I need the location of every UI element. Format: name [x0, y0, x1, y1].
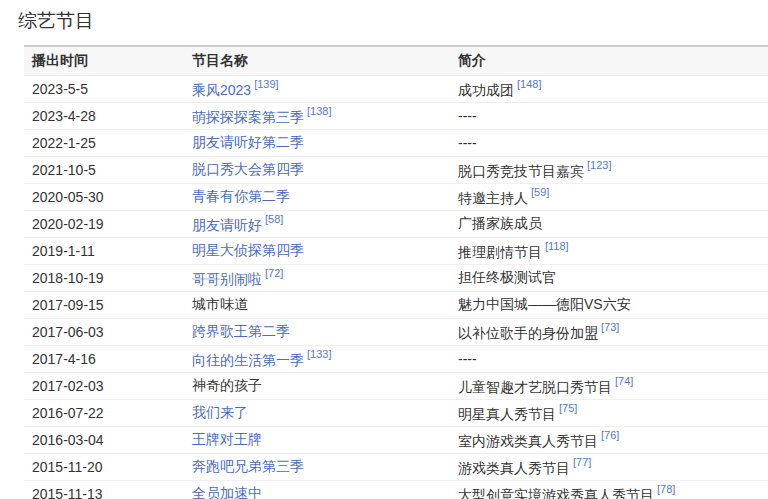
- table-row: 2023-4-28 萌探探探案第三季[138] ----: [24, 103, 768, 130]
- broadcast-date-cell: 2023-4-28: [24, 103, 184, 130]
- program-name-cell: 萌探探探案第三季[138]: [184, 103, 450, 130]
- description-text: 游戏类真人秀节目: [458, 459, 570, 475]
- description-text: 脱口秀竞技节目嘉宾: [458, 162, 584, 178]
- table-row: 2020-05-30 青春有你第二季 特邀主持人[59]: [24, 184, 768, 211]
- description-text: 成功成团: [458, 81, 514, 97]
- description-cell: ----: [450, 130, 768, 157]
- broadcast-date-cell: 2019-1-11: [24, 238, 184, 265]
- broadcast-date-cell: 2017-06-03: [24, 319, 184, 346]
- description-text: ----: [458, 135, 477, 151]
- description-cell: 推理剧情节目[118]: [450, 238, 768, 265]
- description-cell: ----: [450, 103, 768, 130]
- broadcast-date-cell: 2020-02-19: [24, 211, 184, 238]
- broadcast-date-cell: 2023-5-5: [24, 76, 184, 103]
- program-link[interactable]: 哥哥别闹啦: [192, 270, 262, 286]
- table-row: 2022-1-25 朋友请听好第二季 ----: [24, 130, 768, 157]
- description-text: 大型创意实境游戏秀真人秀节目: [458, 486, 654, 499]
- broadcast-date-cell: 2015-11-13: [24, 481, 184, 499]
- description-cell: 室内游戏类真人秀节目[76]: [450, 427, 768, 454]
- description-cell: 游戏类真人秀节目[77]: [450, 454, 768, 481]
- reference-sup[interactable]: [58]: [265, 213, 283, 225]
- reference-sup[interactable]: [75]: [559, 402, 577, 414]
- program-link[interactable]: 向往的生活第一季: [192, 351, 304, 367]
- reference-sup[interactable]: [73]: [601, 321, 619, 333]
- description-text: 儿童智趣才艺脱口秀节目: [458, 378, 612, 394]
- table-row: 2017-4-16 向往的生活第一季[133] ----: [24, 346, 768, 373]
- program-link[interactable]: 王牌对王牌: [192, 431, 262, 447]
- description-text: 以补位歌手的身份加盟: [458, 324, 598, 340]
- program-link[interactable]: 青春有你第二季: [192, 188, 290, 204]
- reference-sup[interactable]: [148]: [517, 78, 541, 90]
- program-link[interactable]: 全员加速中: [192, 485, 262, 499]
- table-row: 2018-10-19 哥哥别闹啦[72] 担任终极测试官: [24, 265, 768, 292]
- description-cell: 大型创意实境游戏秀真人秀节目[78]: [450, 481, 768, 499]
- description-text: 魅力中国城——德阳VS六安: [458, 296, 631, 312]
- reference-sup[interactable]: [133]: [307, 348, 331, 360]
- header-description: 简介: [450, 46, 768, 76]
- table-row: 2023-5-5 乘风2023[139] 成功成团[148]: [24, 76, 768, 103]
- program-link[interactable]: 脱口秀大会第四季: [192, 161, 304, 177]
- broadcast-date-cell: 2020-05-30: [24, 184, 184, 211]
- description-cell: ----: [450, 346, 768, 373]
- table-row: 2019-1-11 明星大侦探第四季 推理剧情节目[118]: [24, 238, 768, 265]
- description-text: 广播家族成员: [458, 215, 542, 231]
- table-body: 2023-5-5 乘风2023[139] 成功成团[148] 2023-4-28…: [24, 76, 768, 499]
- reference-sup[interactable]: [138]: [307, 105, 331, 117]
- program-name-text: 城市味道: [192, 296, 248, 312]
- broadcast-date-cell: 2015-11-20: [24, 454, 184, 481]
- program-name-cell: 脱口秀大会第四季: [184, 157, 450, 184]
- broadcast-date-cell: 2017-09-15: [24, 292, 184, 319]
- reference-sup[interactable]: [74]: [615, 375, 633, 387]
- program-name-cell: 朋友请听好[58]: [184, 211, 450, 238]
- program-name-cell: 乘风2023[139]: [184, 76, 450, 103]
- reference-sup[interactable]: [78]: [657, 483, 675, 495]
- program-link[interactable]: 乘风2023: [192, 81, 251, 97]
- reference-sup[interactable]: [118]: [545, 240, 569, 252]
- header-broadcast-date: 播出时间: [24, 46, 184, 76]
- table-row: 2017-06-03 跨界歌王第二季 以补位歌手的身份加盟[73]: [24, 319, 768, 346]
- program-name-cell: 神奇的孩子: [184, 373, 450, 400]
- program-name-cell: 我们来了: [184, 400, 450, 427]
- program-link[interactable]: 明星大侦探第四季: [192, 242, 304, 258]
- header-program-name: 节目名称: [184, 46, 450, 76]
- table-row: 2015-11-13 全员加速中 大型创意实境游戏秀真人秀节目[78]: [24, 481, 768, 499]
- program-name-cell: 明星大侦探第四季: [184, 238, 450, 265]
- table-header: 播出时间 节目名称 简介: [24, 46, 768, 76]
- reference-sup[interactable]: [139]: [254, 78, 278, 90]
- section-title: 综艺节目: [18, 9, 768, 32]
- program-link[interactable]: 奔跑吧兄弟第三季: [192, 458, 304, 474]
- program-name-cell: 城市味道: [184, 292, 450, 319]
- description-cell: 广播家族成员: [450, 211, 768, 238]
- description-text: 明星真人秀节目: [458, 405, 556, 421]
- reference-sup[interactable]: [72]: [265, 267, 283, 279]
- broadcast-date-cell: 2021-10-5: [24, 157, 184, 184]
- program-name-cell: 朋友请听好第二季: [184, 130, 450, 157]
- program-name-cell: 向往的生活第一季[133]: [184, 346, 450, 373]
- broadcast-date-cell: 2016-03-04: [24, 427, 184, 454]
- description-cell: 脱口秀竞技节目嘉宾[123]: [450, 157, 768, 184]
- table-row: 2016-07-22 我们来了 明星真人秀节目[75]: [24, 400, 768, 427]
- reference-sup[interactable]: [76]: [601, 429, 619, 441]
- program-link[interactable]: 我们来了: [192, 404, 248, 420]
- description-cell: 儿童智趣才艺脱口秀节目[74]: [450, 373, 768, 400]
- program-name-cell: 全员加速中: [184, 481, 450, 499]
- reference-sup[interactable]: [59]: [531, 186, 549, 198]
- table-row: 2017-09-15 城市味道 魅力中国城——德阳VS六安: [24, 292, 768, 319]
- program-name-cell: 王牌对王牌: [184, 427, 450, 454]
- description-cell: 明星真人秀节目[75]: [450, 400, 768, 427]
- reference-sup[interactable]: [123]: [587, 159, 611, 171]
- program-link[interactable]: 跨界歌王第二季: [192, 323, 290, 339]
- table-container: 播出时间 节目名称 简介 2023-5-5 乘风2023[139] 成功成团[1…: [24, 45, 768, 499]
- table-row: 2016-03-04 王牌对王牌 室内游戏类真人秀节目[76]: [24, 427, 768, 454]
- reference-sup[interactable]: [77]: [573, 456, 591, 468]
- table-row: 2020-02-19 朋友请听好[58] 广播家族成员: [24, 211, 768, 238]
- program-link[interactable]: 朋友请听好: [192, 216, 262, 232]
- description-text: 推理剧情节目: [458, 243, 542, 259]
- description-cell: 担任终极测试官: [450, 265, 768, 292]
- broadcast-date-cell: 2018-10-19: [24, 265, 184, 292]
- program-link[interactable]: 萌探探探案第三季: [192, 108, 304, 124]
- broadcast-date-cell: 2017-4-16: [24, 346, 184, 373]
- description-cell: 特邀主持人[59]: [450, 184, 768, 211]
- description-text: 特邀主持人: [458, 189, 528, 205]
- program-link[interactable]: 朋友请听好第二季: [192, 134, 304, 150]
